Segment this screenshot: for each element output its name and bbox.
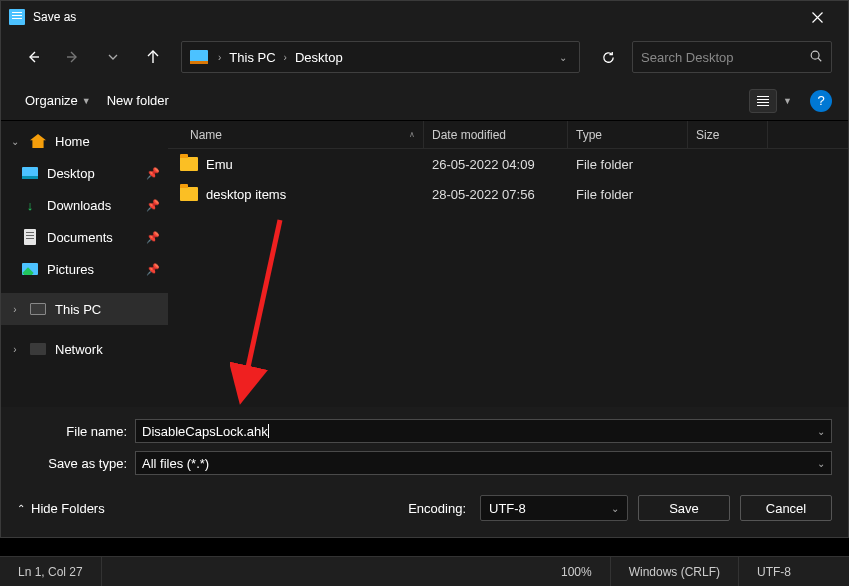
folder-icon	[180, 187, 198, 201]
column-label: Type	[576, 128, 602, 142]
saveastype-label: Save as type:	[17, 456, 135, 471]
search-icon[interactable]	[809, 49, 823, 66]
encoding-value: UTF-8	[489, 501, 526, 516]
column-label: Name	[190, 128, 222, 142]
home-icon	[29, 133, 47, 149]
body: ⌄ Home Desktop 📌 ↓ Downloads 📌 Documents…	[1, 121, 848, 407]
save-as-dialog: Save as › This PC › Desktop ⌄	[0, 0, 849, 538]
recent-locations-button[interactable]	[97, 41, 129, 73]
action-row: ⌃ Hide Folders Encoding: UTF-8 ⌄ Save Ca…	[17, 495, 832, 521]
organize-label: Organize	[25, 93, 78, 108]
sidebar-item-downloads[interactable]: ↓ Downloads 📌	[1, 189, 168, 221]
sidebar-item-home[interactable]: ⌄ Home	[1, 125, 168, 157]
chevron-right-icon: ›	[280, 52, 291, 63]
file-date: 28-05-2022 07:56	[424, 187, 568, 202]
navigation-bar: › This PC › Desktop ⌄	[1, 33, 848, 81]
new-folder-button[interactable]: New folder	[99, 87, 177, 114]
close-button[interactable]	[794, 1, 840, 33]
status-zoom[interactable]: 100%	[543, 557, 611, 586]
file-name: desktop items	[206, 187, 286, 202]
organize-menu[interactable]: Organize ▼	[17, 87, 99, 114]
sidebar-item-this-pc[interactable]: › This PC	[1, 293, 168, 325]
chevron-right-icon[interactable]: ›	[9, 304, 21, 315]
filename-row: File name: DisableCapsLock.ahk ⌄	[17, 419, 832, 443]
address-bar[interactable]: › This PC › Desktop ⌄	[181, 41, 580, 73]
caret-down-icon: ▼	[82, 96, 91, 106]
column-label: Size	[696, 128, 719, 142]
back-button[interactable]	[17, 41, 49, 73]
column-size[interactable]: Size	[688, 121, 768, 148]
encoding-dropdown-icon: ⌄	[611, 503, 619, 514]
toolbar: Organize ▼ New folder ▼ ?	[1, 81, 848, 121]
forward-button[interactable]	[57, 41, 89, 73]
desktop-icon	[21, 165, 39, 181]
cancel-button[interactable]: Cancel	[740, 495, 832, 521]
filename-field[interactable]: DisableCapsLock.ahk ⌄	[135, 419, 832, 443]
address-dropdown-button[interactable]: ⌄	[551, 52, 575, 63]
chevron-down-icon[interactable]: ⌄	[9, 136, 21, 147]
sidebar-label: Downloads	[47, 198, 138, 213]
chevron-up-icon: ⌃	[17, 503, 25, 514]
dialog-title: Save as	[33, 10, 794, 24]
svg-point-0	[811, 51, 819, 59]
pc-icon	[29, 301, 47, 317]
saveastype-value: All files (*.*)	[142, 456, 209, 471]
pin-icon: 📌	[146, 199, 160, 212]
network-icon	[29, 341, 47, 357]
search-box[interactable]	[632, 41, 832, 73]
column-headers: Name ∧ Date modified Type Size	[168, 121, 848, 149]
column-type[interactable]: Type	[568, 121, 688, 148]
hide-folders-button[interactable]: ⌃ Hide Folders	[17, 501, 105, 516]
file-type: File folder	[568, 187, 688, 202]
sidebar-item-network[interactable]: › Network	[1, 333, 168, 365]
filename-value: DisableCapsLock.ahk	[142, 424, 268, 439]
sidebar-item-desktop[interactable]: Desktop 📌	[1, 157, 168, 189]
file-row[interactable]: desktop items 28-05-2022 07:56 File fold…	[168, 179, 848, 209]
file-list: Name ∧ Date modified Type Size Emu 26-05…	[168, 121, 848, 407]
list-view-icon	[757, 96, 769, 106]
view-mode-button[interactable]	[749, 89, 777, 113]
encoding-select[interactable]: UTF-8 ⌄	[480, 495, 628, 521]
file-rows: Emu 26-05-2022 04:09 File folder desktop…	[168, 149, 848, 407]
file-date: 26-05-2022 04:09	[424, 157, 568, 172]
pin-icon: 📌	[146, 231, 160, 244]
breadcrumb-this-pc[interactable]: This PC	[225, 50, 279, 65]
download-icon: ↓	[21, 197, 39, 213]
bottom-panel: File name: DisableCapsLock.ahk ⌄ Save as…	[1, 407, 848, 537]
sidebar-label: Network	[55, 342, 160, 357]
refresh-button[interactable]	[592, 41, 624, 73]
status-position: Ln 1, Col 27	[0, 557, 102, 586]
document-icon	[21, 229, 39, 245]
saveastype-dropdown[interactable]: ⌄	[809, 458, 825, 469]
new-folder-label: New folder	[107, 93, 169, 108]
status-bar: Ln 1, Col 27 100% Windows (CRLF) UTF-8	[0, 556, 849, 586]
up-button[interactable]	[137, 41, 169, 73]
save-button[interactable]: Save	[638, 495, 730, 521]
sidebar-label: Documents	[47, 230, 138, 245]
file-name: Emu	[206, 157, 233, 172]
folder-icon	[180, 157, 198, 171]
column-name[interactable]: Name ∧	[168, 121, 424, 148]
breadcrumb-desktop[interactable]: Desktop	[291, 50, 347, 65]
status-line-ending[interactable]: Windows (CRLF)	[611, 557, 739, 586]
file-type: File folder	[568, 157, 688, 172]
pin-icon: 📌	[146, 167, 160, 180]
help-button[interactable]: ?	[810, 90, 832, 112]
chevron-right-icon[interactable]: ›	[9, 344, 21, 355]
sidebar-item-pictures[interactable]: Pictures 📌	[1, 253, 168, 285]
column-label: Date modified	[432, 128, 506, 142]
file-row[interactable]: Emu 26-05-2022 04:09 File folder	[168, 149, 848, 179]
sidebar-label: This PC	[55, 302, 160, 317]
saveastype-row: Save as type: All files (*.*) ⌄	[17, 451, 832, 475]
saveastype-field[interactable]: All files (*.*) ⌄	[135, 451, 832, 475]
sidebar-item-documents[interactable]: Documents 📌	[1, 221, 168, 253]
status-encoding[interactable]: UTF-8	[739, 557, 849, 586]
search-input[interactable]	[641, 50, 809, 65]
filename-dropdown[interactable]: ⌄	[809, 426, 825, 437]
column-date[interactable]: Date modified	[424, 121, 568, 148]
view-dropdown-button[interactable]: ▼	[777, 96, 798, 106]
sidebar-label: Home	[55, 134, 160, 149]
picture-icon	[21, 261, 39, 277]
text-cursor	[268, 424, 269, 438]
titlebar: Save as	[1, 1, 848, 33]
